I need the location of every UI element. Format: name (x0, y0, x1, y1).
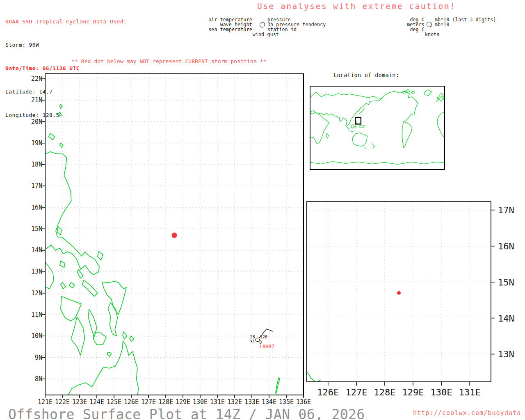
svg-text:22N: 22N (31, 75, 42, 82)
svg-text:130E: 130E (193, 398, 208, 406)
station-model-circle-icon (260, 22, 265, 27)
inset-zoom-map: 126E127E128E129E130E131E17N16N15N14N13N (287, 197, 525, 405)
svg-text:18N: 18N (31, 161, 42, 168)
svg-text:12N: 12N (31, 290, 42, 297)
station-air-temp-value: 28 (250, 335, 255, 339)
noaa-data-line: NOAA SSD Tropical Cyclone Data Used: (5, 18, 127, 25)
svg-text:134E: 134E (262, 398, 276, 406)
svg-text:13N: 13N (498, 349, 514, 359)
legend-station-id-label: station id (267, 27, 297, 32)
svg-text:126E: 126E (317, 387, 339, 397)
world-map-title: Location of domain: (333, 72, 399, 78)
svg-text:11N: 11N (31, 311, 42, 318)
svg-text:128E: 128E (158, 398, 173, 406)
station-id-text: LAHR7 (260, 344, 274, 349)
svg-text:130E: 130E (431, 387, 452, 397)
station-circle-icon (256, 338, 259, 342)
svg-text:129E: 129E (176, 398, 190, 406)
svg-text:15N: 15N (498, 277, 514, 288)
svg-text:124E: 124E (89, 398, 104, 406)
svg-text:16N: 16N (31, 204, 42, 211)
station-plot-lahr7: 28120310LAHR7 (250, 329, 274, 349)
svg-text:15N: 15N (31, 225, 42, 233)
caution-headline: Use analyses with extreme caution! (257, 2, 456, 11)
source-url: http://coolwx.com/buoydata (413, 409, 521, 417)
station-sea-temp-value: 31 (250, 340, 255, 344)
storm-position-dot (397, 291, 401, 295)
units-model-circle-icon (427, 22, 432, 27)
coastlines (287, 197, 525, 405)
svg-text:16N: 16N (498, 241, 514, 251)
svg-text:14N: 14N (498, 313, 514, 324)
svg-text:132E: 132E (227, 398, 242, 406)
svg-text:126E: 126E (124, 398, 139, 406)
svg-text:122E: 122E (55, 398, 70, 406)
world-locator-map (310, 86, 445, 170)
svg-text:127E: 127E (345, 387, 367, 397)
svg-text:19N: 19N (31, 139, 42, 147)
svg-text:131E: 131E (459, 387, 481, 397)
svg-text:13N: 13N (31, 268, 42, 275)
legend-sea-temp-units: deg C (410, 27, 425, 32)
storm-position-warning: ** Red dot below may NOT represent CURRE… (71, 58, 267, 64)
legend-wind-gust-label: wind gust (253, 32, 279, 37)
legend-sea-temperature-label: sea temperature (208, 27, 252, 32)
svg-text:8N: 8N (35, 375, 42, 383)
legend-wind-gust-units: knots (425, 32, 440, 37)
svg-text:131E: 131E (210, 398, 225, 406)
svg-text:125E: 125E (107, 398, 121, 406)
coastlines (43, 105, 280, 396)
svg-text:123E: 123E (72, 398, 87, 406)
buoy-surface-plot-page: NOAA SSD Tropical Cyclone Data Used: Sto… (0, 0, 525, 420)
svg-text:9N: 9N (35, 354, 42, 361)
svg-text:14N: 14N (31, 247, 42, 254)
main-map: 121E122E123E124E125E126E127E128E129E130E… (25, 70, 312, 410)
svg-text:17N: 17N (31, 182, 42, 189)
svg-text:128E: 128E (374, 387, 395, 397)
world-coastlines (310, 89, 445, 164)
legend-tendency-units: mb*10 (435, 22, 450, 27)
svg-text:127E: 127E (141, 398, 156, 406)
svg-text:20N: 20N (31, 118, 42, 126)
svg-text:10N: 10N (31, 332, 42, 340)
svg-text:17N: 17N (498, 205, 514, 215)
svg-text:21N: 21N (31, 96, 42, 104)
axis-ticks-and-labels: 126E127E128E129E130E131E17N16N15N14N13N (317, 205, 514, 397)
storm-id-line: Storm: 90W (5, 41, 127, 49)
svg-text:121E: 121E (38, 398, 52, 406)
world-map-frame (310, 86, 445, 169)
storm-position-dot (172, 233, 177, 238)
svg-text:129E: 129E (402, 387, 424, 397)
svg-text:133E: 133E (244, 398, 259, 406)
plot-title: Offshore Surface Plot at 14Z / JAN 06, 2… (8, 406, 365, 420)
station-pressure-value: 120 (260, 335, 267, 339)
